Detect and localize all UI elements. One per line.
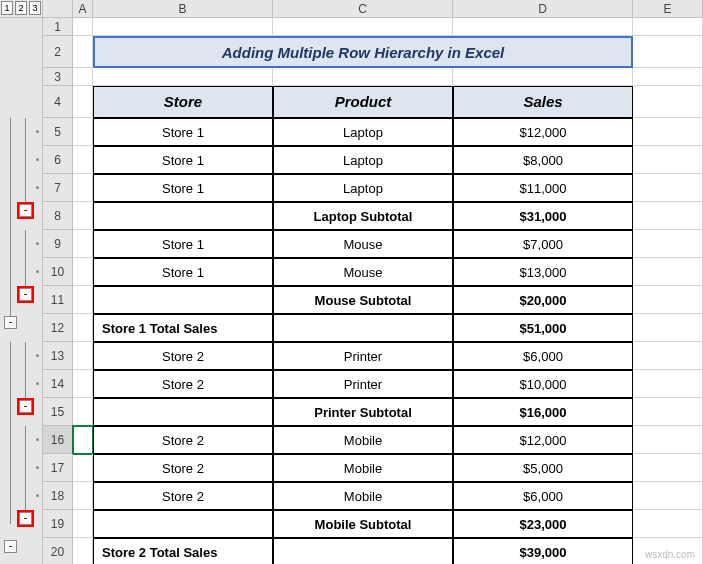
header-product[interactable]: Product: [273, 86, 453, 118]
row-number[interactable]: 14: [43, 370, 73, 398]
cell-product[interactable]: Mouse Subtotal: [273, 286, 453, 314]
cell[interactable]: [633, 118, 703, 146]
col-header-B[interactable]: B: [93, 0, 273, 17]
select-all-corner[interactable]: [43, 0, 73, 18]
row-number[interactable]: 19: [43, 510, 73, 538]
cell-store[interactable]: Store 2: [93, 426, 273, 454]
row-number[interactable]: 6: [43, 146, 73, 174]
cell[interactable]: [73, 314, 93, 342]
cell-sales[interactable]: $7,000: [453, 230, 633, 258]
cell[interactable]: [633, 342, 703, 370]
cell-product[interactable]: Laptop: [273, 146, 453, 174]
row-number[interactable]: 18: [43, 482, 73, 510]
cell-sales[interactable]: $6,000: [453, 482, 633, 510]
cell[interactable]: [73, 174, 93, 202]
cell-sales[interactable]: $10,000: [453, 370, 633, 398]
col-header-C[interactable]: C: [273, 0, 453, 17]
row-number[interactable]: 13: [43, 342, 73, 370]
cell-product[interactable]: Mobile: [273, 482, 453, 510]
cell-product[interactable]: Printer Subtotal: [273, 398, 453, 426]
cell[interactable]: [73, 426, 93, 454]
row-number[interactable]: 12: [43, 314, 73, 342]
cell-sales[interactable]: $11,000: [453, 174, 633, 202]
cell-product[interactable]: Laptop: [273, 174, 453, 202]
cell-sales[interactable]: $51,000: [453, 314, 633, 342]
cell[interactable]: [633, 426, 703, 454]
cell[interactable]: [453, 68, 633, 86]
cell-product[interactable]: [273, 314, 453, 342]
cell[interactable]: [633, 258, 703, 286]
cell[interactable]: [633, 174, 703, 202]
cell[interactable]: [73, 482, 93, 510]
cell[interactable]: [633, 146, 703, 174]
cell-store[interactable]: Store 1: [93, 230, 273, 258]
cell-store[interactable]: [93, 202, 273, 230]
cell-store[interactable]: [93, 286, 273, 314]
cell[interactable]: [73, 86, 93, 118]
cell-product[interactable]: Mobile: [273, 454, 453, 482]
cell-store[interactable]: Store 2: [93, 482, 273, 510]
row-number[interactable]: 5: [43, 118, 73, 146]
collapse-btn-row20[interactable]: -: [4, 540, 17, 553]
cell[interactable]: [93, 18, 273, 36]
cell-store[interactable]: [93, 398, 273, 426]
cell-sales[interactable]: $12,000: [453, 426, 633, 454]
cell-store[interactable]: Store 1 Total Sales: [93, 314, 273, 342]
cell[interactable]: [633, 202, 703, 230]
outline-level-2[interactable]: 2: [15, 1, 27, 15]
cell-product[interactable]: Mouse: [273, 230, 453, 258]
row-number[interactable]: 8: [43, 202, 73, 230]
cell[interactable]: [73, 286, 93, 314]
collapse-btn-row19[interactable]: -: [19, 512, 32, 525]
cell[interactable]: [73, 36, 93, 68]
cell-sales[interactable]: $23,000: [453, 510, 633, 538]
collapse-btn-row15[interactable]: -: [19, 400, 32, 413]
row-number[interactable]: 15: [43, 398, 73, 426]
cell[interactable]: [73, 230, 93, 258]
cell-store[interactable]: Store 2 Total Sales: [93, 538, 273, 564]
outline-level-1[interactable]: 1: [1, 1, 13, 15]
cell-sales[interactable]: $16,000: [453, 398, 633, 426]
cell[interactable]: [633, 482, 703, 510]
cell[interactable]: [73, 398, 93, 426]
cell-product[interactable]: Laptop Subtotal: [273, 202, 453, 230]
cell[interactable]: [633, 36, 703, 68]
cell[interactable]: [633, 510, 703, 538]
cell[interactable]: [273, 18, 453, 36]
cell-store[interactable]: Store 1: [93, 258, 273, 286]
cell[interactable]: [73, 510, 93, 538]
cell-sales[interactable]: $13,000: [453, 258, 633, 286]
cell[interactable]: [633, 314, 703, 342]
cell-product[interactable]: [273, 538, 453, 564]
cell-product[interactable]: Mobile Subtotal: [273, 510, 453, 538]
cell[interactable]: [73, 202, 93, 230]
cell-product[interactable]: Mouse: [273, 258, 453, 286]
cell-sales[interactable]: $6,000: [453, 342, 633, 370]
row-number[interactable]: 10: [43, 258, 73, 286]
row-number[interactable]: 16: [43, 426, 73, 454]
cell[interactable]: [273, 68, 453, 86]
cell-store[interactable]: Store 1: [93, 174, 273, 202]
cell[interactable]: [73, 342, 93, 370]
cell[interactable]: [93, 68, 273, 86]
header-store[interactable]: Store: [93, 86, 273, 118]
cell[interactable]: [633, 398, 703, 426]
cell[interactable]: [73, 18, 93, 36]
cell[interactable]: [73, 454, 93, 482]
collapse-btn-row12[interactable]: -: [4, 316, 17, 329]
cell[interactable]: [453, 18, 633, 36]
row-number[interactable]: 9: [43, 230, 73, 258]
cell-store[interactable]: Store 1: [93, 146, 273, 174]
cell[interactable]: [633, 286, 703, 314]
cell-product[interactable]: Laptop: [273, 118, 453, 146]
cell[interactable]: [73, 146, 93, 174]
row-number[interactable]: 11: [43, 286, 73, 314]
cell-sales[interactable]: $39,000: [453, 538, 633, 564]
cell-store[interactable]: [93, 510, 273, 538]
cell[interactable]: [73, 118, 93, 146]
cell-store[interactable]: Store 1: [93, 118, 273, 146]
cell[interactable]: [633, 68, 703, 86]
cell[interactable]: [633, 454, 703, 482]
col-header-E[interactable]: E: [633, 0, 703, 17]
col-header-D[interactable]: D: [453, 0, 633, 17]
